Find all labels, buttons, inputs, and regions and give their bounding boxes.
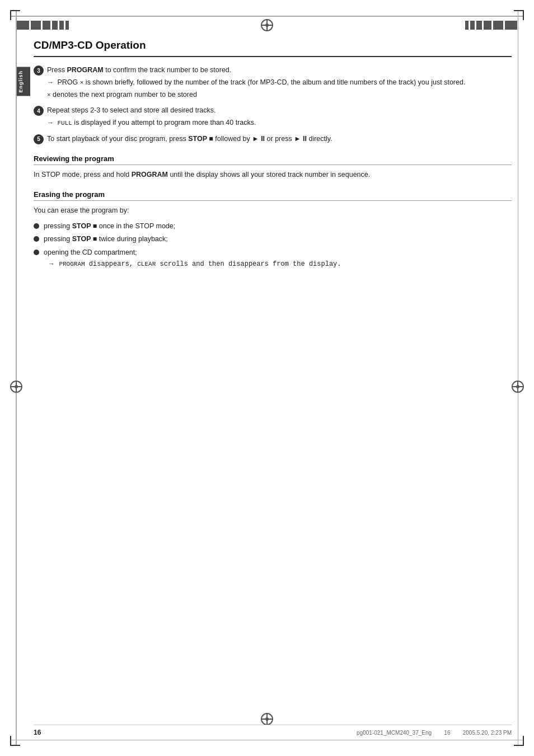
footer-file: pg001-021_MCM240_37_Eng 16 2005.5.20, 2:… bbox=[357, 730, 512, 736]
deco-block bbox=[17, 21, 29, 30]
deco-left bbox=[17, 21, 69, 30]
deco-block bbox=[59, 21, 64, 30]
deco-block bbox=[493, 21, 503, 30]
bullet-2-stop: STOP ■ bbox=[72, 235, 97, 243]
step-number-5: 5 bbox=[34, 134, 44, 144]
erasing-intro: You can erase the program by: bbox=[34, 205, 512, 216]
deco-block bbox=[470, 21, 475, 30]
step-5-stop: STOP ■ bbox=[188, 135, 213, 143]
bottom-border bbox=[11, 740, 523, 741]
top-decoration bbox=[17, 17, 517, 34]
corner-mark-bl bbox=[10, 736, 20, 746]
full-text: FULL bbox=[57, 120, 72, 126]
bullet-list: pressing STOP ■ once in the STOP mode; p… bbox=[34, 221, 512, 269]
crosshair-lines-left bbox=[10, 381, 22, 393]
step-number-3: 3 bbox=[34, 65, 44, 76]
step-3-bold: PROGRAM bbox=[67, 66, 103, 74]
reviewing-body: In STOP mode, press and hold PROGRAM unt… bbox=[34, 170, 512, 180]
step-5-play2: ► II bbox=[294, 135, 307, 143]
footer-page-num: 16 bbox=[444, 730, 450, 736]
step-4: 4 Repeat steps 2-3 to select and store a… bbox=[34, 105, 512, 128]
deco-block bbox=[476, 21, 482, 30]
deco-block bbox=[65, 21, 69, 30]
bullet-3-arrow: → PROGRAM disappears, CLEAR scrolls and … bbox=[44, 259, 512, 269]
right-border bbox=[518, 11, 519, 745]
deco-block bbox=[43, 21, 50, 30]
bullet-dot-2 bbox=[34, 236, 39, 242]
bullet-item-1: pressing STOP ■ once in the STOP mode; bbox=[34, 221, 512, 232]
crosshair-top-center bbox=[261, 19, 273, 31]
arrow-symbol: → bbox=[47, 78, 54, 86]
crosshair-lines-right bbox=[512, 381, 524, 393]
language-label: English bbox=[17, 67, 30, 96]
bullet-item-3: opening the CD compartment; → PROGRAM di… bbox=[34, 247, 512, 269]
footer-filename: pg001-021_MCM240_37_Eng bbox=[357, 730, 432, 736]
deco-block bbox=[52, 21, 58, 30]
crosshair-left-mid bbox=[10, 381, 22, 393]
deco-block bbox=[484, 21, 491, 30]
corner-mark-br bbox=[514, 736, 524, 746]
page-title: CD/MP3-CD Operation bbox=[34, 39, 512, 57]
left-border bbox=[16, 11, 17, 745]
deco-right bbox=[465, 21, 517, 30]
page-footer: 16 pg001-021_MCM240_37_Eng 16 2005.5.20,… bbox=[34, 725, 512, 736]
crosshair-lines bbox=[261, 19, 273, 31]
erasing-header: Erasing the program bbox=[34, 190, 512, 201]
main-content: CD/MP3-CD Operation 3 Press PROGRAM to c… bbox=[34, 39, 512, 728]
bullet-content-1: pressing STOP ■ once in the STOP mode; bbox=[44, 221, 512, 232]
bullet-dot-3 bbox=[34, 250, 39, 255]
footer-date: 2005.5.20, 2:23 PM bbox=[463, 730, 512, 736]
program-text: PROGRAM bbox=[59, 261, 85, 267]
prog-num: × bbox=[80, 79, 84, 86]
step-3: 3 Press PROGRAM to confirm the track num… bbox=[34, 65, 512, 100]
step-3-content: Press PROGRAM to confirm the track numbe… bbox=[47, 65, 512, 100]
bullet-item-2: pressing STOP ■ twice during playback; bbox=[34, 234, 512, 245]
step-3-arrow2: × denotes the next program number to be … bbox=[47, 90, 512, 100]
crosshair-bottom bbox=[261, 713, 273, 725]
reviewing-bold: PROGRAM bbox=[132, 171, 168, 179]
bullet-content-3: opening the CD compartment; → PROGRAM di… bbox=[44, 247, 512, 269]
step-5-content: To start playback of your disc program, … bbox=[47, 134, 512, 144]
step-number-4: 4 bbox=[34, 106, 44, 116]
bullet-content-2: pressing STOP ■ twice during playback; bbox=[44, 234, 512, 245]
arrow-symbol: → bbox=[49, 260, 53, 268]
bullet-dot-1 bbox=[34, 223, 39, 229]
step-5-play1: ► II bbox=[252, 135, 265, 143]
crosshair-lines-bottom bbox=[261, 713, 273, 725]
step-3-arrow1: → PROG × is shown briefly, followed by t… bbox=[47, 77, 512, 88]
step-4-arrow1: → FULL is displayed if you attempt to pr… bbox=[47, 118, 512, 128]
step-5: 5 To start playback of your disc program… bbox=[34, 134, 512, 144]
page-number: 16 bbox=[34, 729, 41, 736]
x-symbol: × bbox=[47, 92, 51, 98]
arrow-symbol: → bbox=[47, 119, 54, 126]
bullet-1-stop: STOP ■ bbox=[72, 222, 97, 230]
crosshair-right-mid bbox=[512, 381, 524, 393]
reviewing-header: Reviewing the program bbox=[34, 154, 512, 165]
clear-text: CLEAR bbox=[137, 261, 156, 267]
deco-block bbox=[465, 21, 469, 30]
step-4-content: Repeat steps 2-3 to select and store all… bbox=[47, 105, 512, 128]
deco-block bbox=[31, 21, 41, 30]
deco-block bbox=[505, 21, 517, 30]
